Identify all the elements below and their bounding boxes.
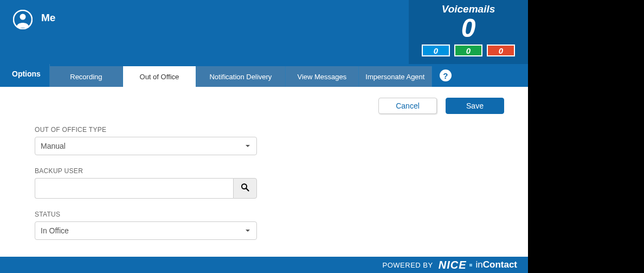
app-header: Me Voicemails 0 0 0 0 bbox=[0, 0, 528, 64]
backup-user-input[interactable] bbox=[35, 178, 233, 199]
footer: POWERED BY NICE inContact bbox=[0, 257, 528, 273]
voicemail-badge-red[interactable]: 0 bbox=[487, 45, 515, 56]
svg-point-1 bbox=[20, 14, 26, 20]
ooo-type-label: OUT OF OFFICE TYPE bbox=[35, 126, 504, 134]
user-avatar-icon bbox=[13, 10, 33, 29]
save-button[interactable]: Save bbox=[446, 98, 504, 114]
backup-user-search-button[interactable] bbox=[233, 178, 257, 199]
tab-recording[interactable]: Recording bbox=[50, 66, 123, 87]
help-icon[interactable]: ? bbox=[440, 69, 452, 81]
backup-user-label: BACKUP USER bbox=[35, 167, 504, 175]
tab-view-messages[interactable]: View Messages bbox=[286, 66, 359, 87]
status-select[interactable]: In Office bbox=[35, 221, 257, 240]
svg-line-3 bbox=[246, 188, 249, 191]
brand-separator-icon bbox=[469, 264, 472, 266]
brand-nice: NICE bbox=[439, 259, 467, 271]
voicemail-badge-green[interactable]: 0 bbox=[454, 45, 482, 56]
options-label: Options bbox=[12, 64, 41, 78]
voicemails-count: 0 bbox=[409, 15, 528, 41]
cancel-button[interactable]: Cancel bbox=[378, 98, 437, 114]
powered-by-label: POWERED BY bbox=[383, 261, 433, 269]
ooo-type-select[interactable]: Manual bbox=[35, 137, 257, 155]
tab-out-of-office[interactable]: Out of Office bbox=[123, 66, 196, 87]
tab-notification-delivery[interactable]: Notification Delivery bbox=[196, 66, 286, 87]
voicemail-badge-blue[interactable]: 0 bbox=[422, 45, 450, 56]
tab-impersonate-agent[interactable]: Impersonate Agent bbox=[359, 66, 432, 87]
content-area: Cancel Save OUT OF OFFICE TYPE Manual BA… bbox=[0, 87, 528, 257]
options-tabbar: Options Recording Out of Office Notifica… bbox=[0, 64, 528, 87]
brand-logo: NICE inContact bbox=[439, 259, 517, 271]
brand-contact: Contact bbox=[483, 259, 517, 270]
status-label: STATUS bbox=[35, 211, 504, 218]
brand-in: in bbox=[475, 259, 482, 270]
voicemails-panel: Voicemails 0 0 0 0 bbox=[409, 0, 528, 64]
page-title: Me bbox=[41, 10, 55, 26]
search-icon bbox=[241, 183, 249, 194]
